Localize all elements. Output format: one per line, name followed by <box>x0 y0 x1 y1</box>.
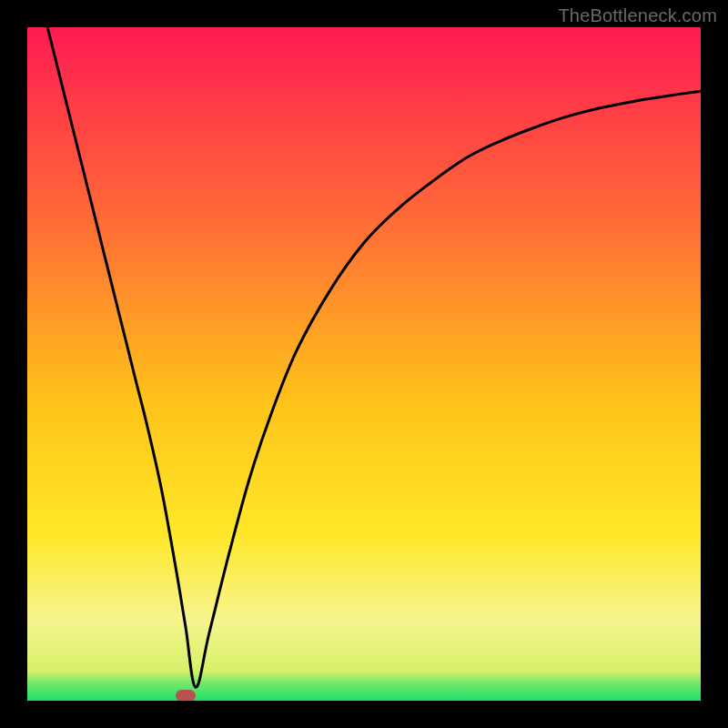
chart-frame: TheBottleneck.com <box>0 0 728 728</box>
bottleneck-curve <box>27 27 701 701</box>
plot-area <box>27 27 701 701</box>
watermark-text: TheBottleneck.com <box>558 5 717 26</box>
optimum-marker <box>176 690 196 701</box>
